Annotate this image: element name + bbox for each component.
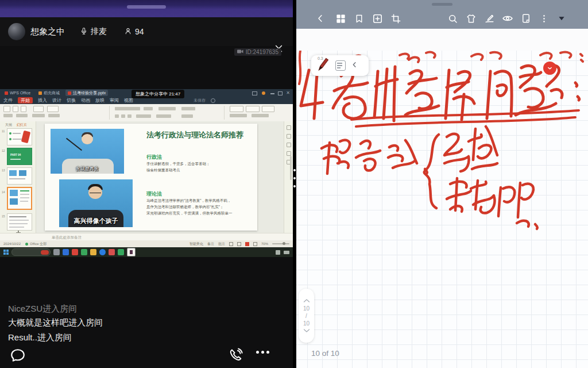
replace-button[interactable]	[246, 106, 260, 112]
speaker-notes-bar[interactable]: 单击此处添加备注	[0, 233, 293, 240]
italic-icon[interactable]	[121, 114, 125, 118]
comments-toggle[interactable]: 批注	[218, 241, 225, 247]
more-icon[interactable]	[537, 12, 551, 25]
bookmark-icon[interactable]	[352, 12, 366, 25]
wps-tab-document[interactable]: 法考经验分享.pptx	[65, 90, 108, 96]
slides-tab[interactable]: 幻灯片	[17, 122, 27, 128]
taskbar-folder-icon[interactable]	[90, 249, 96, 255]
taskbar-app-icon[interactable]	[53, 249, 60, 255]
taskbar-search-box[interactable]	[11, 248, 51, 256]
indent-icons[interactable]	[181, 114, 193, 118]
view-sorter-icon[interactable]	[237, 242, 241, 246]
taskbar-app-icon[interactable]	[118, 249, 124, 255]
menu-transition[interactable]: 切换	[67, 97, 76, 103]
taskbar-app-icon[interactable]	[81, 249, 87, 255]
room-avatar[interactable]	[8, 23, 25, 40]
spacing-icons[interactable]	[181, 107, 195, 110]
back-icon[interactable]	[314, 12, 327, 25]
font-size-box[interactable]	[144, 107, 153, 110]
layout-icon[interactable]	[47, 106, 59, 112]
bold-icon[interactable]	[115, 114, 119, 118]
search-icon[interactable]	[446, 12, 459, 25]
call-icon[interactable]	[227, 347, 244, 366]
notes-toggle[interactable]: 备注	[207, 241, 214, 247]
copy-icon[interactable]	[13, 106, 18, 112]
tray-icon[interactable]	[276, 250, 280, 255]
scrollbar-thumb[interactable]	[290, 156, 292, 180]
view-play-icon[interactable]	[245, 242, 249, 246]
page-down-icon[interactable]	[303, 328, 310, 334]
menu-start[interactable]: 开始	[18, 97, 33, 103]
slide-thumbnail-12[interactable]: PART 04	[7, 148, 32, 165]
collapse-icon[interactable]	[555, 12, 568, 25]
start-button[interactable]	[3, 250, 9, 255]
taskbar-app-icon[interactable]	[109, 249, 115, 255]
menu-review[interactable]: 审阅	[110, 97, 119, 103]
font-name-box[interactable]	[115, 107, 140, 110]
menu-insert[interactable]: 插入	[38, 97, 47, 103]
taskbar-app-icon[interactable]	[72, 249, 78, 255]
note-page-canvas[interactable]: 4. 名师选择问题： 理论法：马峰、宋光明 0.3 10 / 10 10 of …	[296, 51, 588, 368]
paste-icon[interactable]	[3, 106, 10, 112]
underline-icon[interactable]	[127, 114, 131, 118]
pen-settings-popup[interactable]: 0.3	[311, 55, 369, 76]
slide-thumbnail-14-selected[interactable]	[7, 187, 32, 210]
window-restore-icon[interactable]	[252, 91, 257, 95]
page-up-icon[interactable]	[303, 298, 310, 304]
view-read-icon[interactable]	[253, 242, 257, 246]
outline-tab[interactable]: 大纲	[5, 122, 12, 128]
window-maximize-icon[interactable]	[278, 91, 283, 95]
pen-edit-icon[interactable]	[482, 12, 496, 25]
shirt-sticker-icon[interactable]	[464, 12, 478, 25]
add-page-icon[interactable]	[370, 12, 384, 25]
list-icons[interactable]	[156, 114, 171, 118]
member-upgrade-icon[interactable]	[262, 91, 265, 95]
wps-tab-home[interactable]: WPS Office	[2, 90, 33, 96]
format-painter-icon[interactable]	[21, 106, 26, 112]
pen-style-grid-icon[interactable]	[335, 60, 346, 71]
office-assistant[interactable]: Office 全部	[25, 241, 47, 247]
side-tool-glyph[interactable]	[287, 143, 291, 147]
side-tool-glyph[interactable]	[287, 151, 291, 156]
chat-bubble-icon[interactable]	[9, 347, 26, 366]
wps-tab-docer[interactable]: 稻壳商城	[36, 90, 62, 96]
select-button[interactable]	[262, 106, 274, 112]
zoom-slider[interactable]	[272, 243, 289, 244]
taskbar-edge-icon[interactable]	[99, 249, 106, 255]
find-button[interactable]	[230, 106, 243, 112]
menu-file[interactable]: 文件	[3, 97, 13, 103]
side-tool-glyph[interactable]	[287, 125, 291, 130]
paragraph-icons[interactable]	[158, 107, 176, 110]
mic-queue-button[interactable]: 排麦	[80, 26, 107, 37]
slide-canvas[interactable]: 贪就是再贪 高兴得像个孩子 法考行政法与理论法名师推荐 行政法 李佳讲解透彻，干…	[45, 124, 257, 231]
window-drag-handle[interactable]	[432, 3, 452, 6]
member-count[interactable]: 94	[124, 27, 144, 37]
screenshot-crop-icon[interactable]	[389, 12, 403, 25]
taskbar-app-icon[interactable]	[63, 249, 69, 255]
beautify-button[interactable]: 智能美化	[189, 241, 203, 247]
wps-search-icon[interactable]	[211, 98, 215, 103]
menu-animation[interactable]: 动画	[81, 97, 90, 103]
pages-grid-icon[interactable]	[334, 12, 347, 25]
tray-icon[interactable]	[284, 251, 289, 254]
popup-collapse-icon[interactable]	[351, 60, 358, 71]
more-options-icon[interactable]	[256, 351, 269, 354]
menu-slideshow[interactable]: 放映	[95, 97, 105, 103]
slide-thumbnail-13[interactable]	[7, 167, 32, 185]
page-turn-icon[interactable]	[519, 12, 533, 25]
slide-thumbnail-15[interactable]	[7, 213, 32, 231]
window-close-icon[interactable]: ✕	[286, 91, 290, 95]
taskbar-active-app-icon[interactable]	[127, 248, 136, 256]
menu-design[interactable]: 设计	[52, 97, 61, 103]
read-only-eye-icon[interactable]	[501, 12, 514, 25]
new-slide-icon[interactable]	[33, 106, 44, 112]
comment-button[interactable]	[230, 114, 247, 117]
side-tool-glyph[interactable]	[287, 134, 291, 139]
view-normal-icon[interactable]	[229, 242, 233, 246]
window-drag-handle[interactable]	[127, 5, 166, 9]
red-color-swatch-icon[interactable]	[543, 62, 556, 75]
window-minimize-icon[interactable]	[270, 93, 274, 94]
notes-button[interactable]	[252, 114, 269, 117]
align-icons[interactable]	[136, 114, 151, 118]
slide-thumbnail-11[interactable]	[7, 128, 32, 145]
